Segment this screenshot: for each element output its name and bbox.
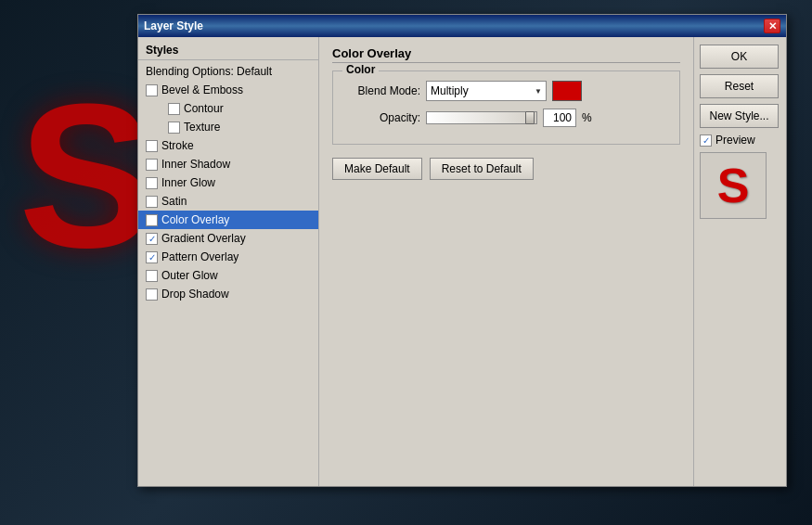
- bevel-emboss-checkbox[interactable]: [146, 84, 158, 96]
- opacity-percent: %: [582, 111, 592, 124]
- section-title: Color Overlay: [332, 46, 680, 63]
- drop-shadow-checkbox[interactable]: [146, 288, 158, 301]
- drop-shadow-label: Drop Shadow: [161, 288, 229, 301]
- satin-label: Satin: [161, 195, 187, 208]
- right-panel: OK Reset New Style... ✓ Preview S: [693, 37, 786, 486]
- sidebar-item-bevel-emboss[interactable]: Bevel & Emboss: [138, 81, 318, 99]
- opacity-label: Opacity:: [346, 111, 420, 124]
- pattern-overlay-checkbox[interactable]: ✓: [146, 251, 158, 263]
- reset-button[interactable]: Reset: [700, 74, 779, 98]
- preview-text: Preview: [715, 134, 755, 147]
- sidebar-item-pattern-overlay[interactable]: ✓ Pattern Overlay: [138, 248, 318, 266]
- bevel-emboss-label: Bevel & Emboss: [161, 83, 243, 96]
- inner-glow-checkbox[interactable]: [146, 177, 158, 189]
- blend-mode-select[interactable]: Multiply ▼: [426, 81, 547, 101]
- preview-label-row: ✓ Preview: [700, 134, 779, 147]
- preview-box: S: [700, 152, 767, 219]
- outer-glow-label: Outer Glow: [161, 269, 218, 282]
- sidebar-item-inner-glow[interactable]: Inner Glow: [138, 173, 318, 192]
- options-panel: Color Overlay Color Blend Mode: Multiply…: [319, 37, 693, 486]
- blending-options-label: Blending Options: Default: [146, 65, 272, 78]
- sidebar-item-gradient-overlay[interactable]: ✓ Gradient Overlay: [138, 229, 318, 248]
- gradient-overlay-label: Gradient Overlay: [161, 232, 246, 245]
- ok-button[interactable]: OK: [700, 45, 779, 69]
- blend-mode-value: Multiply: [431, 84, 469, 97]
- dialog-title: Layer Style: [144, 19, 203, 32]
- dialog-body: Styles Blending Options: Default Bevel &…: [138, 37, 786, 486]
- color-subsection: Color Blend Mode: Multiply ▼ Opacity:: [332, 70, 680, 145]
- sidebar-item-contour[interactable]: Contour: [138, 99, 318, 118]
- contour-label: Contour: [184, 102, 224, 115]
- gradient-overlay-checkbox[interactable]: ✓: [146, 233, 158, 245]
- opacity-value-input[interactable]: 100: [543, 109, 576, 127]
- sidebar-item-outer-glow[interactable]: Outer Glow: [138, 266, 318, 285]
- inner-shadow-label: Inner Shadow: [161, 158, 230, 171]
- opacity-row: Opacity: 100 %: [346, 109, 666, 127]
- layer-style-dialog: Layer Style ✕ Styles Blending Options: D…: [137, 14, 787, 487]
- title-bar: Layer Style ✕: [138, 15, 786, 37]
- opacity-slider[interactable]: [426, 111, 537, 124]
- inner-shadow-checkbox[interactable]: [146, 159, 158, 171]
- new-style-button[interactable]: New Style...: [700, 104, 779, 128]
- preview-checkbox[interactable]: ✓: [700, 134, 712, 147]
- texture-label: Texture: [184, 121, 220, 134]
- sidebar-item-satin[interactable]: Satin: [138, 192, 318, 211]
- make-default-button[interactable]: Make Default: [332, 158, 422, 180]
- background-letter: S: [19, 74, 155, 278]
- color-swatch[interactable]: [552, 81, 582, 101]
- color-overlay-checkbox[interactable]: ✓: [146, 214, 158, 226]
- stroke-label: Stroke: [161, 139, 194, 152]
- preview-letter: S: [717, 161, 750, 210]
- inner-glow-label: Inner Glow: [161, 176, 215, 189]
- opacity-slider-thumb: [525, 111, 535, 124]
- sidebar-item-blending-options[interactable]: Blending Options: Default: [138, 62, 318, 81]
- pattern-overlay-label: Pattern Overlay: [161, 250, 238, 263]
- sidebar-item-inner-shadow[interactable]: Inner Shadow: [138, 155, 318, 173]
- reset-to-default-button[interactable]: Reset to Default: [430, 158, 534, 180]
- blend-mode-label: Blend Mode:: [346, 84, 420, 97]
- color-overlay-label: Color Overlay: [161, 213, 229, 226]
- sidebar-item-texture[interactable]: Texture: [138, 118, 318, 136]
- sidebar-item-color-overlay[interactable]: ✓ Color Overlay: [138, 211, 318, 229]
- subsection-title: Color: [342, 63, 379, 76]
- blend-mode-row: Blend Mode: Multiply ▼: [346, 81, 666, 101]
- stroke-checkbox[interactable]: [146, 140, 158, 152]
- button-row: Make Default Reset to Default: [332, 158, 680, 180]
- blend-mode-dropdown-arrow: ▼: [535, 87, 542, 96]
- close-button[interactable]: ✕: [764, 19, 780, 33]
- contour-checkbox[interactable]: [168, 103, 180, 115]
- texture-checkbox[interactable]: [168, 122, 180, 134]
- styles-header: Styles: [138, 41, 318, 60]
- styles-panel: Styles Blending Options: Default Bevel &…: [138, 37, 319, 486]
- sidebar-item-stroke[interactable]: Stroke: [138, 136, 318, 155]
- outer-glow-checkbox[interactable]: [146, 270, 158, 282]
- satin-checkbox[interactable]: [146, 196, 158, 208]
- sidebar-item-drop-shadow[interactable]: Drop Shadow: [138, 285, 318, 303]
